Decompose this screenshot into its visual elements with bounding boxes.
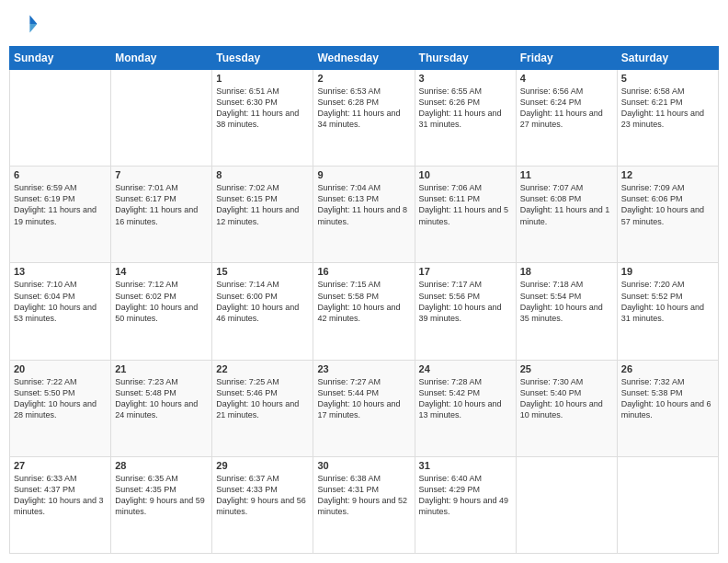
day-info: Sunrise: 7:23 AM Sunset: 5:48 PM Dayligh… xyxy=(115,376,208,421)
day-info: Sunrise: 7:15 AM Sunset: 5:58 PM Dayligh… xyxy=(317,279,410,324)
calendar-week-row: 13Sunrise: 7:10 AM Sunset: 6:04 PM Dayli… xyxy=(10,263,719,360)
day-info: Sunrise: 6:56 AM Sunset: 6:24 PM Dayligh… xyxy=(520,86,613,131)
day-number: 28 xyxy=(115,460,208,471)
day-info: Sunrise: 7:30 AM Sunset: 5:40 PM Dayligh… xyxy=(520,376,613,421)
day-info: Sunrise: 6:58 AM Sunset: 6:21 PM Dayligh… xyxy=(621,86,714,131)
day-info: Sunrise: 7:12 AM Sunset: 6:02 PM Dayligh… xyxy=(115,279,208,324)
day-number: 11 xyxy=(520,169,613,180)
calendar-week-row: 6Sunrise: 6:59 AM Sunset: 6:19 PM Daylig… xyxy=(10,167,719,263)
calendar-day-header: Friday xyxy=(516,47,617,70)
calendar-cell: 6Sunrise: 6:59 AM Sunset: 6:19 PM Daylig… xyxy=(10,167,111,263)
calendar-day-header: Saturday xyxy=(617,47,718,70)
day-number: 23 xyxy=(317,363,410,374)
day-number: 26 xyxy=(621,363,714,374)
day-number: 22 xyxy=(216,363,309,374)
calendar-day-header: Sunday xyxy=(10,47,111,70)
day-info: Sunrise: 7:14 AM Sunset: 6:00 PM Dayligh… xyxy=(216,279,309,324)
calendar-table: SundayMondayTuesdayWednesdayThursdayFrid… xyxy=(9,46,719,554)
calendar-cell: 12Sunrise: 7:09 AM Sunset: 6:06 PM Dayli… xyxy=(617,167,718,263)
calendar-day-header: Monday xyxy=(111,47,212,70)
day-info: Sunrise: 7:07 AM Sunset: 6:08 PM Dayligh… xyxy=(520,182,613,227)
calendar-cell xyxy=(617,456,718,553)
day-number: 2 xyxy=(317,73,410,84)
calendar-cell: 29Sunrise: 6:37 AM Sunset: 4:33 PM Dayli… xyxy=(212,456,313,553)
calendar-cell: 25Sunrise: 7:30 AM Sunset: 5:40 PM Dayli… xyxy=(516,360,617,456)
day-number: 31 xyxy=(419,460,512,471)
day-info: Sunrise: 7:18 AM Sunset: 5:54 PM Dayligh… xyxy=(520,279,613,324)
calendar-cell: 4Sunrise: 6:56 AM Sunset: 6:24 PM Daylig… xyxy=(516,70,617,167)
calendar-week-row: 27Sunrise: 6:33 AM Sunset: 4:37 PM Dayli… xyxy=(10,456,719,553)
day-number: 8 xyxy=(216,169,309,180)
day-info: Sunrise: 7:09 AM Sunset: 6:06 PM Dayligh… xyxy=(621,182,714,227)
calendar-cell: 19Sunrise: 7:20 AM Sunset: 5:52 PM Dayli… xyxy=(617,263,718,360)
day-number: 10 xyxy=(419,169,512,180)
header xyxy=(9,9,719,39)
calendar-cell: 26Sunrise: 7:32 AM Sunset: 5:38 PM Dayli… xyxy=(617,360,718,456)
calendar-day-header: Tuesday xyxy=(212,47,313,70)
calendar-cell: 5Sunrise: 6:58 AM Sunset: 6:21 PM Daylig… xyxy=(617,70,718,167)
svg-marker-1 xyxy=(29,24,37,33)
day-number: 18 xyxy=(520,266,613,277)
logo xyxy=(9,9,42,39)
day-info: Sunrise: 7:20 AM Sunset: 5:52 PM Dayligh… xyxy=(621,279,714,324)
day-number: 14 xyxy=(115,266,208,277)
day-info: Sunrise: 6:40 AM Sunset: 4:29 PM Dayligh… xyxy=(419,473,512,518)
day-info: Sunrise: 6:51 AM Sunset: 6:30 PM Dayligh… xyxy=(216,86,309,131)
day-info: Sunrise: 6:35 AM Sunset: 4:35 PM Dayligh… xyxy=(115,473,208,518)
day-number: 29 xyxy=(216,460,309,471)
day-number: 12 xyxy=(621,169,714,180)
day-number: 27 xyxy=(14,460,107,471)
calendar-cell: 31Sunrise: 6:40 AM Sunset: 4:29 PM Dayli… xyxy=(415,456,516,553)
day-number: 13 xyxy=(14,266,107,277)
day-number: 4 xyxy=(520,73,613,84)
day-number: 15 xyxy=(216,266,309,277)
calendar-cell: 28Sunrise: 6:35 AM Sunset: 4:35 PM Dayli… xyxy=(111,456,212,553)
day-number: 6 xyxy=(14,169,107,180)
day-info: Sunrise: 6:59 AM Sunset: 6:19 PM Dayligh… xyxy=(14,182,107,227)
day-info: Sunrise: 6:37 AM Sunset: 4:33 PM Dayligh… xyxy=(216,473,309,518)
day-info: Sunrise: 7:17 AM Sunset: 5:56 PM Dayligh… xyxy=(419,279,512,324)
day-info: Sunrise: 7:04 AM Sunset: 6:13 PM Dayligh… xyxy=(317,182,410,227)
day-info: Sunrise: 7:28 AM Sunset: 5:42 PM Dayligh… xyxy=(419,376,512,421)
calendar-cell: 10Sunrise: 7:06 AM Sunset: 6:11 PM Dayli… xyxy=(415,167,516,263)
day-number: 9 xyxy=(317,169,410,180)
day-number: 20 xyxy=(14,363,107,374)
day-info: Sunrise: 6:53 AM Sunset: 6:28 PM Dayligh… xyxy=(317,86,410,131)
calendar-cell: 13Sunrise: 7:10 AM Sunset: 6:04 PM Dayli… xyxy=(10,263,111,360)
day-info: Sunrise: 6:33 AM Sunset: 4:37 PM Dayligh… xyxy=(14,473,107,518)
day-number: 25 xyxy=(520,363,613,374)
day-number: 24 xyxy=(419,363,512,374)
calendar-cell: 14Sunrise: 7:12 AM Sunset: 6:02 PM Dayli… xyxy=(111,263,212,360)
day-number: 5 xyxy=(621,73,714,84)
day-info: Sunrise: 7:22 AM Sunset: 5:50 PM Dayligh… xyxy=(14,376,107,421)
day-info: Sunrise: 6:55 AM Sunset: 6:26 PM Dayligh… xyxy=(419,86,512,131)
calendar-cell: 3Sunrise: 6:55 AM Sunset: 6:26 PM Daylig… xyxy=(415,70,516,167)
calendar-cell: 22Sunrise: 7:25 AM Sunset: 5:46 PM Dayli… xyxy=(212,360,313,456)
calendar-cell: 23Sunrise: 7:27 AM Sunset: 5:44 PM Dayli… xyxy=(313,360,415,456)
day-number: 7 xyxy=(115,169,208,180)
day-info: Sunrise: 7:10 AM Sunset: 6:04 PM Dayligh… xyxy=(14,279,107,324)
calendar-cell: 2Sunrise: 6:53 AM Sunset: 6:28 PM Daylig… xyxy=(313,70,415,167)
calendar-cell: 20Sunrise: 7:22 AM Sunset: 5:50 PM Dayli… xyxy=(10,360,111,456)
day-number: 19 xyxy=(621,266,714,277)
calendar-week-row: 1Sunrise: 6:51 AM Sunset: 6:30 PM Daylig… xyxy=(10,70,719,167)
calendar-cell: 7Sunrise: 7:01 AM Sunset: 6:17 PM Daylig… xyxy=(111,167,212,263)
day-info: Sunrise: 7:25 AM Sunset: 5:46 PM Dayligh… xyxy=(216,376,309,421)
calendar-day-header: Wednesday xyxy=(313,47,415,70)
calendar-cell: 17Sunrise: 7:17 AM Sunset: 5:56 PM Dayli… xyxy=(415,263,516,360)
day-info: Sunrise: 7:06 AM Sunset: 6:11 PM Dayligh… xyxy=(419,182,512,227)
day-number: 3 xyxy=(419,73,512,84)
day-info: Sunrise: 7:27 AM Sunset: 5:44 PM Dayligh… xyxy=(317,376,410,421)
calendar-cell: 8Sunrise: 7:02 AM Sunset: 6:15 PM Daylig… xyxy=(212,167,313,263)
calendar-header-row: SundayMondayTuesdayWednesdayThursdayFrid… xyxy=(10,47,719,70)
day-number: 17 xyxy=(419,266,512,277)
calendar-day-header: Thursday xyxy=(415,47,516,70)
calendar-cell: 11Sunrise: 7:07 AM Sunset: 6:08 PM Dayli… xyxy=(516,167,617,263)
day-info: Sunrise: 7:32 AM Sunset: 5:38 PM Dayligh… xyxy=(621,376,714,421)
calendar-cell: 30Sunrise: 6:38 AM Sunset: 4:31 PM Dayli… xyxy=(313,456,415,553)
calendar-cell: 15Sunrise: 7:14 AM Sunset: 6:00 PM Dayli… xyxy=(212,263,313,360)
calendar-cell: 21Sunrise: 7:23 AM Sunset: 5:48 PM Dayli… xyxy=(111,360,212,456)
day-info: Sunrise: 7:01 AM Sunset: 6:17 PM Dayligh… xyxy=(115,182,208,227)
calendar-cell: 16Sunrise: 7:15 AM Sunset: 5:58 PM Dayli… xyxy=(313,263,415,360)
svg-marker-0 xyxy=(29,15,37,24)
